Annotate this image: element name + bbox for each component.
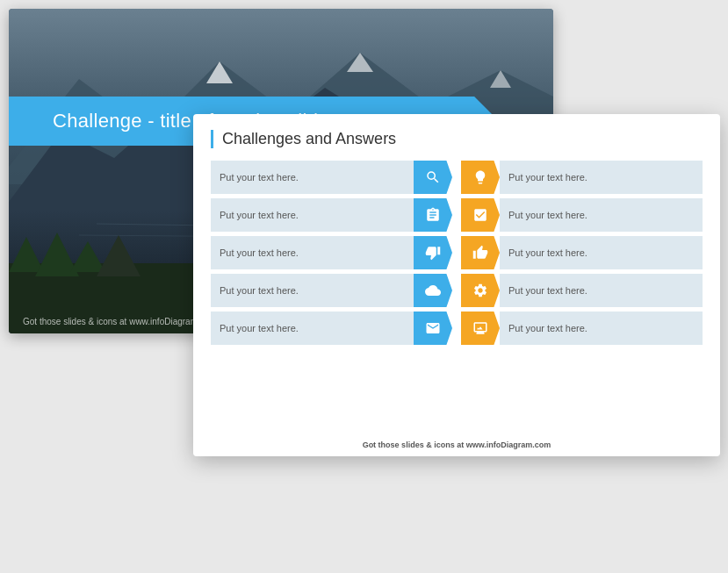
row-5-right: Put your text here.: [461, 312, 703, 345]
row-3-right: Put your text here.: [461, 236, 703, 269]
mail-icon: [414, 312, 452, 345]
front-slide: Challenges and Answers Put your text her…: [193, 114, 720, 456]
row-1-left: Put your text here.: [211, 161, 452, 194]
cloud-icon: [414, 274, 452, 307]
row-5-left-text: Put your text here.: [211, 312, 414, 345]
row-4-right-text: Put your text here.: [500, 274, 703, 307]
checklist-icon: [461, 198, 500, 232]
row-5-left: Put your text here.: [211, 312, 452, 345]
gear-icon: [461, 274, 500, 307]
thumbsdown-icon: [414, 236, 452, 269]
bulb-icon: [461, 161, 500, 194]
row-2-left-text: Put your text here.: [211, 198, 414, 232]
row-1-right-text: Put your text here.: [500, 161, 703, 194]
thumbsup-icon: [461, 236, 500, 269]
row-1-right: Put your text here.: [461, 161, 703, 194]
search-icon: [414, 161, 452, 194]
row-4-left-text: Put your text here.: [211, 274, 414, 307]
row-2-right-text: Put your text here.: [500, 198, 703, 232]
row-2-left: Put your text here.: [211, 198, 452, 232]
front-slide-title: Challenges and Answers: [222, 130, 396, 148]
row-5-right-text: Put your text here.: [500, 312, 703, 345]
front-slide-footer: Got those slides & icons at www.infoDiag…: [193, 440, 720, 449]
brand-name: infoDiagram: [487, 440, 533, 449]
front-slide-header: Challenges and Answers: [211, 130, 703, 148]
row-1-left-text: Put your text here.: [211, 161, 414, 194]
row-4-right: Put your text here.: [461, 274, 703, 307]
row-3-right-text: Put your text here.: [500, 236, 703, 269]
monitor-icon: [461, 312, 500, 345]
row-3-left: Put your text here.: [211, 236, 452, 269]
row-3-left-text: Put your text here.: [211, 236, 414, 269]
clipboard-icon: [414, 198, 452, 232]
row-2-right: Put your text here.: [461, 198, 703, 232]
content-grid: Put your text here. Put your text here.: [211, 161, 703, 345]
row-4-left: Put your text here.: [211, 274, 452, 307]
